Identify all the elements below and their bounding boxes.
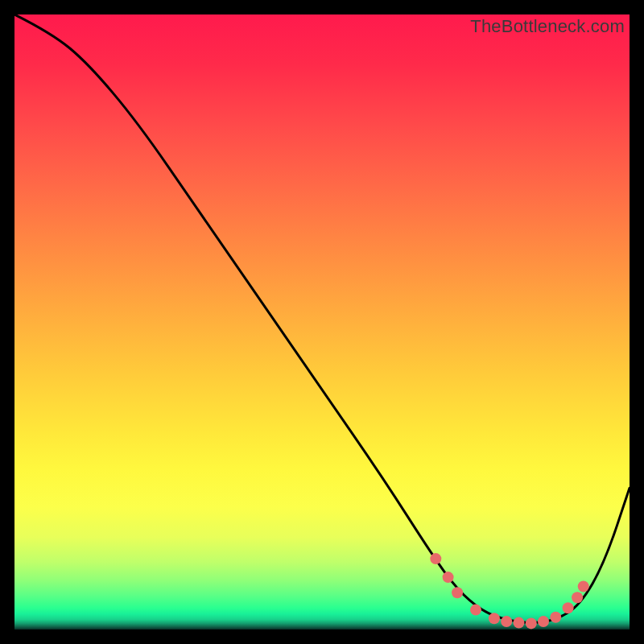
trough-marker <box>501 616 512 627</box>
trough-marker <box>538 616 549 627</box>
trough-marker <box>443 572 454 583</box>
bottleneck-curve <box>14 14 630 622</box>
trough-marker <box>550 612 561 623</box>
trough-marker <box>572 592 583 603</box>
trough-marker <box>526 617 537 629</box>
trough-marker <box>563 602 574 613</box>
trough-marker <box>578 581 589 592</box>
chart-container: TheBottleneck.com <box>0 0 644 644</box>
trough-marker <box>452 587 463 598</box>
trough-marker <box>430 553 441 564</box>
trough-marker <box>489 613 500 624</box>
trough-markers <box>430 553 588 629</box>
curve-svg <box>14 14 630 630</box>
plot-area: TheBottleneck.com <box>14 14 630 630</box>
trough-marker <box>470 605 481 616</box>
trough-marker <box>514 617 525 629</box>
